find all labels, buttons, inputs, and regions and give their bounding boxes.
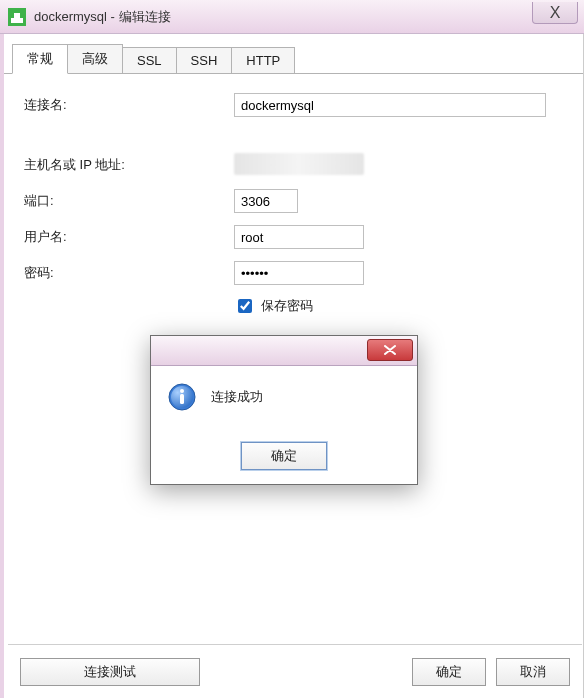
save-password-checkbox[interactable] <box>238 299 252 313</box>
button-label: 确定 <box>436 663 462 681</box>
port-input[interactable] <box>234 189 298 213</box>
app-icon <box>8 8 26 26</box>
svg-rect-4 <box>180 394 184 404</box>
tab-label: 常规 <box>27 51 53 66</box>
tab-http[interactable]: HTTP <box>232 47 295 74</box>
svg-point-3 <box>180 389 184 393</box>
cancel-button[interactable]: 取消 <box>496 658 570 686</box>
tab-general[interactable]: 常规 <box>12 44 68 74</box>
password-input[interactable] <box>234 261 364 285</box>
password-label: 密码: <box>24 264 234 282</box>
dialog-message: 连接成功 <box>211 382 263 406</box>
tab-ssl[interactable]: SSL <box>123 47 177 74</box>
connection-name-input[interactable] <box>234 93 546 117</box>
dialog-body: 连接成功 <box>151 366 417 434</box>
footer: 连接测试 确定 取消 <box>8 644 582 698</box>
info-icon <box>167 382 197 412</box>
close-icon <box>383 345 397 355</box>
tab-label: SSH <box>191 53 218 68</box>
save-password-label: 保存密码 <box>261 297 313 315</box>
ok-button[interactable]: 确定 <box>412 658 486 686</box>
host-label: 主机名或 IP 地址: <box>24 156 234 174</box>
message-dialog: 连接成功 确定 <box>150 335 418 485</box>
username-input[interactable] <box>234 225 364 249</box>
tab-advanced[interactable]: 高级 <box>68 44 123 74</box>
host-value-redacted <box>234 153 364 175</box>
port-label: 端口: <box>24 192 234 210</box>
dialog-titlebar <box>151 336 417 366</box>
test-connection-button[interactable]: 连接测试 <box>20 658 200 686</box>
tab-label: SSL <box>137 53 162 68</box>
dialog-ok-button[interactable]: 确定 <box>241 442 327 470</box>
window-close-button[interactable]: X <box>532 2 578 24</box>
titlebar: dockermysql - 编辑连接 X <box>0 0 584 34</box>
tab-label: HTTP <box>246 53 280 68</box>
tab-label: 高级 <box>82 51 108 66</box>
window-title: dockermysql - 编辑连接 <box>34 8 171 26</box>
dialog-close-button[interactable] <box>367 339 413 361</box>
close-icon: X <box>550 4 561 22</box>
button-label: 取消 <box>520 663 546 681</box>
tab-ssh[interactable]: SSH <box>177 47 233 74</box>
button-label: 确定 <box>271 447 297 465</box>
tab-bar: 常规 高级 SSL SSH HTTP <box>4 34 583 74</box>
button-label: 连接测试 <box>84 663 136 681</box>
dialog-footer: 确定 <box>151 434 417 484</box>
user-label: 用户名: <box>24 228 234 246</box>
form: 连接名: 主机名或 IP 地址: 端口: 用户名: <box>4 74 583 326</box>
connection-name-label: 连接名: <box>24 96 234 114</box>
